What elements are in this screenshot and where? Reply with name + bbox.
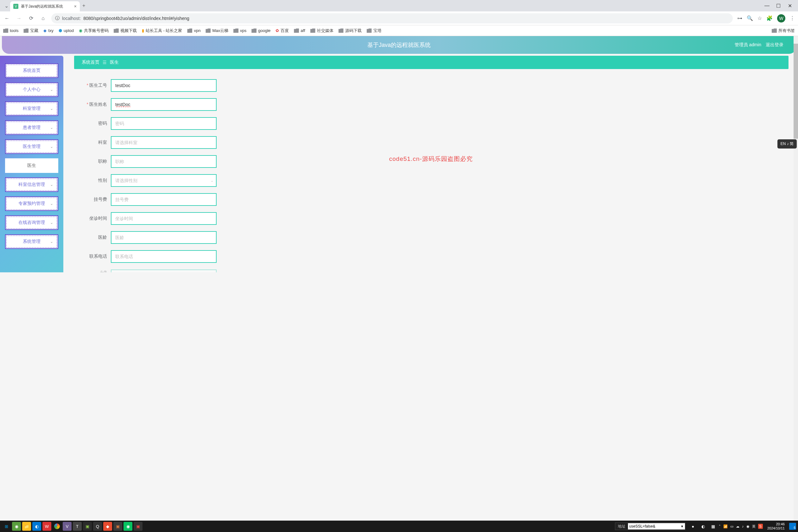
label-visit-time: 坐诊时间 (82, 216, 111, 221)
input-doctor-name[interactable] (111, 98, 216, 111)
bookmark-item[interactable]: 源码下载 (339, 28, 362, 34)
bookmark-item[interactable]: ◆txy (43, 28, 54, 33)
label-department: 科室 (82, 140, 111, 145)
input-password[interactable] (111, 117, 216, 130)
chevron-down-icon: ⌄ (50, 202, 53, 206)
scroll-thumb[interactable] (794, 44, 798, 139)
label-phone: 联系电话 (82, 254, 111, 259)
label-gender: 性别 (82, 178, 111, 183)
bookmark-item[interactable]: ✿百度 (276, 28, 289, 34)
folder-icon (294, 28, 299, 33)
bookmark-item[interactable]: Max云梯 (206, 28, 228, 34)
bookmark-item[interactable]: vps (233, 28, 246, 33)
menu-icon[interactable]: ⋮ (790, 15, 795, 21)
site-info-icon[interactable]: ⓘ (55, 16, 59, 21)
input-fee[interactable] (111, 193, 216, 206)
chevron-down-icon: ⌄ (50, 88, 53, 92)
logout-link[interactable]: 退出登录 (766, 42, 783, 48)
sidebar-item-profile[interactable]: 个人中心⌄ (5, 82, 58, 97)
sidebar-item-expert[interactable]: 专家预约管理⌄ (5, 196, 58, 211)
active-tab[interactable]: V 基于Java的远程就医系统 × (10, 1, 80, 12)
sidebar-item-dept-info[interactable]: 科室信息管理⌄ (5, 177, 58, 192)
bookmark-bar: tools 宝藏 ◆txy ⬢uplod ◉共享账号密码 视频下载 ▮站长工具 … (0, 25, 798, 36)
chevron-down-icon: ⌄ (50, 145, 53, 149)
input-title[interactable] (111, 155, 216, 168)
ime-indicator[interactable]: EN ♪ 简 (777, 139, 797, 149)
bookmark-star-icon[interactable]: ☆ (758, 15, 762, 21)
tab-title: 基于Java的远程就医系统 (21, 4, 72, 9)
label-doctor-name: *医生姓名 (82, 102, 111, 107)
breadcrumb-home[interactable]: 系统首页 (82, 59, 99, 65)
breadcrumb-separator: ☰ (102, 60, 107, 65)
bookmark-item[interactable]: tools (3, 28, 18, 33)
label-years: 医龄 (82, 235, 111, 240)
chevron-down-icon: ⌄ (50, 221, 53, 225)
folder-icon (339, 28, 344, 33)
vue-favicon: V (13, 4, 18, 9)
doctor-form: *医生工号 *医生姓名 密码 科室 职称 (74, 69, 788, 272)
tab-close-icon[interactable]: × (74, 4, 77, 9)
address-bar: ← → ⟳ ⌂ ⓘ localhost:8080/springboot4b2uo… (0, 12, 798, 25)
profile-avatar[interactable]: W (777, 14, 785, 22)
sidebar-item-system[interactable]: 系统管理⌄ (5, 234, 58, 249)
folder-icon (187, 28, 192, 33)
sidebar-item-patient[interactable]: 患者管理⌄ (5, 120, 58, 135)
bookmark-item[interactable]: ▮站长工具 - 站长之家 (142, 28, 183, 34)
url-input[interactable]: ⓘ localhost:8080/springboot4b2uo/admin/d… (51, 13, 733, 23)
sidebar-item-home[interactable]: 系统首页 (5, 63, 58, 78)
bookmark-item[interactable]: aff (294, 28, 305, 33)
bookmark-item[interactable]: ◉共享账号密码 (79, 28, 109, 34)
chevron-down-icon: ⌄ (50, 107, 53, 111)
zoom-icon[interactable]: 🔍 (747, 15, 753, 21)
input-phone[interactable] (111, 250, 216, 263)
sidebar-item-consult[interactable]: 在线咨询管理⌄ (5, 215, 58, 230)
bookmark-item[interactable]: 宝塔 (367, 28, 382, 34)
sidebar-item-department[interactable]: 科室管理⌄ (5, 101, 58, 116)
input-years[interactable] (111, 231, 216, 244)
folder-icon (310, 28, 316, 33)
sidebar-item-doctor-manage[interactable]: 医生管理⌄ (5, 139, 58, 154)
label-fee: 挂号费 (82, 197, 111, 202)
folder-icon (206, 28, 211, 33)
home-button[interactable]: ⌂ (39, 15, 47, 22)
sidebar: 系统首页 个人中心⌄ 科室管理⌄ 患者管理⌄ 医生管理⌄ 医生 科室信息管理⌄ … (0, 56, 63, 272)
extensions-icon[interactable]: 🧩 (766, 15, 773, 21)
password-key-icon[interactable]: ⊶ (737, 15, 742, 21)
app-container: 基于Java的远程就医系统 管理员 admin 退出登录 系统首页 个人中心⌄ … (0, 36, 798, 272)
input-visit-time[interactable] (111, 212, 216, 225)
label-password: 密码 (82, 121, 111, 126)
bookmark-item[interactable]: google (251, 28, 270, 33)
select-department[interactable] (111, 136, 216, 149)
bookmark-item[interactable]: 视频下载 (114, 28, 137, 34)
input-doctor-id[interactable] (111, 79, 216, 92)
folder-icon (114, 28, 119, 33)
bookmark-item[interactable]: vpn (187, 28, 201, 33)
label-title: 职称 (82, 159, 111, 164)
url-host: localhost: (62, 16, 81, 21)
all-bookmarks[interactable]: 所有书签 (772, 28, 795, 34)
back-button[interactable]: ← (3, 15, 11, 22)
folder-icon (3, 28, 8, 33)
user-area: 管理员 admin 退出登录 (735, 42, 783, 48)
bookmark-item[interactable]: 社交媒体 (310, 28, 334, 34)
reload-button[interactable]: ⟳ (27, 15, 35, 22)
app-title: 基于Java的远程就医系统 (367, 41, 431, 49)
vertical-scrollbar[interactable] (794, 36, 798, 272)
close-window-button[interactable]: ✕ (787, 3, 792, 8)
bookmark-item[interactable]: 宝藏 (23, 28, 38, 34)
select-gender[interactable] (111, 174, 216, 187)
app-header: 基于Java的远程就医系统 管理员 admin 退出登录 (2, 36, 796, 54)
chevron-down-icon: ⌄ (50, 126, 53, 130)
folder-icon (233, 28, 239, 33)
main-content: 系统首页 ☰ 医生 *医生工号 *医生姓名 密码 科室 (63, 56, 798, 272)
bookmark-item[interactable]: ⬢uplod (59, 28, 74, 33)
sidebar-item-doctor[interactable]: 医生 (5, 158, 58, 173)
maximize-button[interactable]: ☐ (776, 3, 781, 8)
input-avatar-partial[interactable] (111, 269, 216, 273)
folder-icon (251, 28, 256, 33)
minimize-button[interactable]: — (764, 3, 770, 8)
tabs-dropdown[interactable]: ⌄ (2, 2, 10, 10)
new-tab-button[interactable]: + (82, 3, 85, 8)
forward-button[interactable]: → (15, 15, 23, 22)
folder-icon (367, 28, 372, 33)
